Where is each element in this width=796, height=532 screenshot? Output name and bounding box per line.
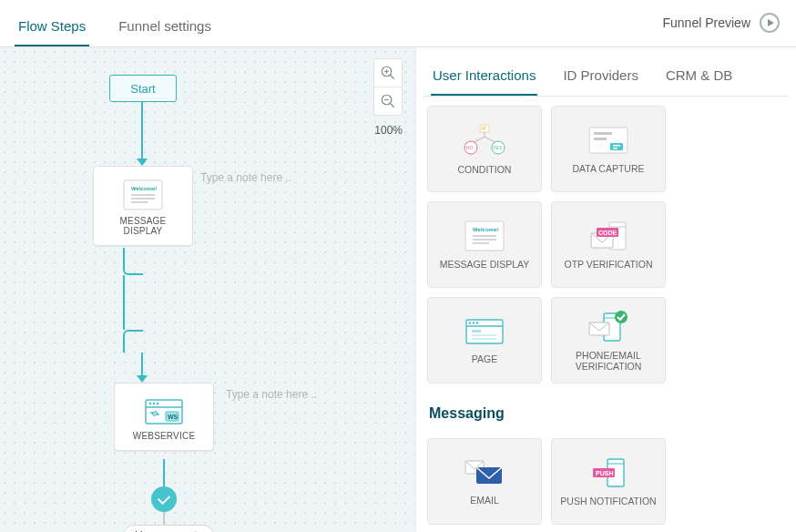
node-label: MESSAGE DISPLAY bbox=[103, 216, 183, 236]
flow-canvas[interactable]: 100% Start Welcome! MESSAGE DISPLAY Type… bbox=[0, 47, 415, 532]
node-message-display[interactable]: Welcome! MESSAGE DISPLAY bbox=[93, 166, 193, 246]
condition-icon: IF NO YES bbox=[464, 124, 505, 157]
svg-point-15 bbox=[153, 403, 156, 405]
tile-group-messaging: EMAIL PUSH PUSH NOTIFICATION bbox=[424, 429, 789, 532]
panel-tab-user-interactions[interactable]: User Interactions bbox=[431, 56, 537, 96]
node-webservice[interactable]: WS WEBSERVICE bbox=[114, 383, 214, 451]
node-label: WEBSERVICE bbox=[124, 431, 204, 441]
section-heading-messaging: Messaging bbox=[429, 405, 783, 422]
data-capture-icon bbox=[588, 125, 628, 156]
svg-rect-11 bbox=[131, 201, 148, 203]
tile-otp-verification[interactable]: CODE OTP VERIFICATION bbox=[551, 201, 666, 288]
tile-label: PAGE bbox=[466, 353, 503, 364]
end-node[interactable] bbox=[151, 486, 177, 512]
svg-point-47 bbox=[473, 322, 475, 323]
email-icon bbox=[464, 458, 505, 487]
funnel-preview-button[interactable]: Funnel Preview bbox=[663, 13, 781, 33]
svg-rect-29 bbox=[594, 132, 612, 135]
svg-rect-50 bbox=[472, 334, 496, 336]
tab-flow-steps[interactable]: Flow Steps bbox=[15, 9, 89, 46]
svg-rect-49 bbox=[472, 330, 481, 332]
svg-rect-32 bbox=[613, 145, 620, 147]
start-node[interactable]: Start bbox=[109, 75, 177, 102]
push-icon: PUSH bbox=[587, 457, 629, 488]
main-tabs: Flow Steps Funnel settings bbox=[15, 9, 215, 46]
svg-rect-51 bbox=[472, 338, 496, 340]
zoom-controls bbox=[373, 58, 403, 116]
svg-rect-10 bbox=[131, 198, 155, 200]
tile-phone-email-verification[interactable]: PHONE/EMAIL VERIFICATION bbox=[551, 297, 666, 384]
svg-point-48 bbox=[476, 322, 478, 323]
tile-condition[interactable]: IF NO YES CONDITION bbox=[427, 106, 542, 192]
tile-label: OTP VERIFICATION bbox=[558, 259, 658, 270]
tab-funnel-settings[interactable]: Funnel settings bbox=[115, 9, 215, 46]
svg-text:NO: NO bbox=[466, 145, 474, 150]
tile-label: MESSAGE DISPLAY bbox=[434, 259, 535, 270]
svg-point-55 bbox=[615, 311, 628, 323]
svg-rect-38 bbox=[473, 242, 489, 244]
svg-text:Welcome!: Welcome! bbox=[131, 186, 157, 191]
panel-tab-crm-db[interactable]: CRM & DB bbox=[664, 56, 734, 96]
message-display-icon: Welcome! bbox=[464, 220, 505, 251]
panel-tab-id-providers[interactable]: ID Providers bbox=[561, 56, 640, 96]
svg-rect-33 bbox=[613, 148, 617, 149]
panel-tabs: User Interactions ID Providers CRM & DB bbox=[424, 56, 789, 97]
tile-data-capture[interactable]: DATA CAPTURE bbox=[551, 106, 666, 192]
tile-label: EMAIL bbox=[464, 495, 505, 506]
svg-line-1 bbox=[390, 75, 394, 79]
note-placeholder-1[interactable]: Type a note here .. bbox=[200, 171, 291, 184]
svg-rect-30 bbox=[594, 138, 607, 140]
funnel-preview-label: Funnel Preview bbox=[663, 15, 751, 30]
zoom-level: 100% bbox=[374, 124, 403, 137]
tile-message-display[interactable]: Welcome! MESSAGE DISPLAY bbox=[427, 201, 542, 288]
otp-icon: CODE bbox=[587, 220, 629, 251]
svg-rect-9 bbox=[131, 194, 155, 196]
tile-label: DATA CAPTURE bbox=[567, 163, 650, 174]
svg-text:WS: WS bbox=[168, 414, 179, 420]
page-icon bbox=[464, 317, 505, 346]
svg-text:Welcome!: Welcome! bbox=[473, 227, 498, 232]
note-placeholder-2[interactable]: Type a note here .. bbox=[226, 388, 317, 401]
zoom-in-button[interactable] bbox=[374, 59, 402, 87]
svg-text:IF: IF bbox=[482, 126, 485, 131]
tile-label: PUSH NOTIFICATION bbox=[555, 496, 661, 506]
svg-rect-31 bbox=[610, 143, 623, 150]
end-label: User converts bbox=[123, 525, 214, 532]
tile-email[interactable]: EMAIL bbox=[427, 438, 542, 525]
play-icon bbox=[760, 13, 780, 33]
svg-line-5 bbox=[390, 103, 394, 107]
zoom-out-button[interactable] bbox=[374, 87, 402, 115]
svg-point-14 bbox=[149, 403, 152, 405]
tile-label: CONDITION bbox=[453, 164, 517, 175]
svg-text:YES: YES bbox=[493, 145, 503, 150]
svg-point-46 bbox=[469, 322, 471, 323]
tile-push-notification[interactable]: PUSH PUSH NOTIFICATION bbox=[551, 438, 666, 525]
tile-group-interactions: IF NO YES CONDITION bbox=[424, 97, 789, 393]
tile-label: PHONE/EMAIL VERIFICATION bbox=[552, 350, 665, 372]
tile-page[interactable]: PAGE bbox=[427, 297, 542, 384]
svg-point-16 bbox=[157, 403, 159, 405]
top-bar: Flow Steps Funnel settings Funnel Previe… bbox=[0, 0, 796, 47]
svg-text:PUSH: PUSH bbox=[596, 470, 613, 476]
verification-icon bbox=[587, 310, 629, 343]
svg-rect-36 bbox=[473, 235, 496, 237]
svg-text:CODE: CODE bbox=[598, 230, 617, 236]
components-panel: User Interactions ID Providers CRM & DB … bbox=[415, 47, 796, 532]
svg-rect-37 bbox=[473, 239, 496, 240]
